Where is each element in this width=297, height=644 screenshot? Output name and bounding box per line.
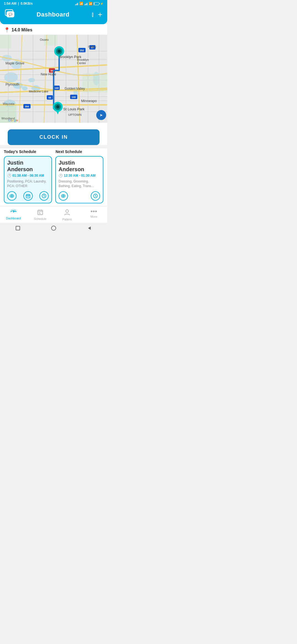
svg-point-58 [56,105,59,108]
clock-in-button[interactable]: CLOCK IN [8,129,100,145]
svg-text:55: 55 [48,96,51,99]
android-back-button[interactable] [87,225,92,231]
svg-rect-106 [16,226,20,230]
view-button-next[interactable] [59,191,68,201]
clock-icon-next: 🕐 [59,174,63,178]
schedule-cards: Justin Anderson 🕐 01:38 AM - 06:30 AM Po… [4,156,103,203]
wifi-icon-2: 📶 [89,2,92,6]
today-services: Positioning, PCA: Laundry, PCA: OTHER [7,179,49,189]
clock-button-today[interactable] [39,191,49,201]
android-home-button[interactable] [51,225,56,231]
svg-text:St Louis Park: St Louis Park [63,107,85,111]
add-button[interactable]: + [98,10,102,19]
schedule-icon [37,209,43,216]
next-schedule-header: Next Schedule [56,149,103,154]
today-schedule-card: Justin Anderson 🕐 01:38 AM - 06:30 AM Po… [4,156,52,203]
android-recent-button[interactable] [15,225,21,231]
svg-text:Fridley: Fridley [88,45,96,48]
location-pin-icon: 📍 [4,27,10,33]
svg-text:💬: 💬 [9,12,12,16]
header-actions: ⫿ + [91,10,102,19]
time-display: 1:54 AM [4,2,16,6]
wifi-icon: 📶 [79,2,83,6]
svg-point-54 [57,50,61,53]
battery-icon [94,2,99,5]
status-left: 1:54 AM | 0.0KB/s [4,2,33,6]
svg-text:Brooklyn: Brooklyn [77,58,89,61]
svg-point-102 [66,210,68,212]
more-nav-label: More [90,215,97,218]
today-patient-name: Justin Anderson [7,159,49,173]
svg-point-104 [93,211,95,212]
map-container[interactable]: 94 169 55 394 252 47 100 Os [0,35,107,123]
clock-icon-today: 🕐 [7,174,11,178]
svg-rect-18 [0,35,11,48]
svg-rect-96 [38,210,43,215]
page-title: Dashboard [37,11,69,18]
svg-point-105 [95,211,97,212]
svg-text:Minneapo: Minneapo [81,99,97,103]
schedule-section: Today's Schedule Next Schedule Justin An… [0,148,107,206]
svg-text:100: 100 [72,96,76,99]
today-time: 🕐 01:38 AM - 06:30 AM [7,174,49,178]
filter-icon[interactable]: ⫿ [91,11,94,18]
svg-marker-108 [88,227,91,230]
svg-text:394: 394 [25,105,29,108]
svg-point-107 [51,226,56,230]
app-header: 💬 Dashboard ⫿ + [0,7,107,24]
svg-point-103 [91,211,92,212]
today-schedule-header: Today's Schedule [4,149,52,154]
nav-more[interactable]: More [81,209,108,221]
patient-icon [64,209,70,217]
signal-bars-1 [75,2,78,5]
view-button-today[interactable] [7,191,16,201]
svg-text:Maple Grove: Maple Grove [6,61,24,65]
patient-nav-label: Patient [62,218,72,221]
svg-point-7 [22,86,28,91]
svg-text:169: 169 [54,87,59,89]
svg-text:Medicine Lake: Medicine Lake [29,90,48,93]
distance-label: 14.0 Miles [12,28,32,32]
status-bar: 1:54 AM | 0.0KB/s 📶 📶 ⚡ [0,0,107,7]
next-services: Dressing, Grooming, Bathing, Eating, Tra… [59,179,100,189]
svg-text:Plymouth: Plymouth [6,83,19,86]
today-time-value: 01:38 AM - 06:30 AM [12,174,44,178]
data-speed: | [18,2,19,6]
svg-point-88 [61,195,65,197]
clock-in-section: CLOCK IN [0,123,107,145]
nav-dashboard[interactable]: Dashboard [0,209,27,221]
today-card-actions [7,191,49,201]
status-right: 📶 📶 ⚡ [75,2,103,6]
signal-bars-2 [84,2,87,5]
next-time-value: 12:30 AM - 01:30 AM [64,174,95,178]
svg-text:Osseo: Osseo [40,38,49,41]
svg-line-87 [44,196,45,197]
svg-text:Golden Valley: Golden Valley [65,87,85,91]
more-icon [90,209,97,214]
next-schedule-card: Justin Anderson 🕐 12:30 AM - 01:30 AM Dr… [55,156,103,203]
next-time: 🕐 12:30 AM - 01:30 AM [59,174,100,178]
svg-text:➤: ➤ [100,113,103,117]
clock-button-next[interactable] [91,191,100,201]
svg-point-78 [10,195,14,197]
android-nav-bar [0,223,107,235]
data-speed-value: 0.0KB/s [21,2,33,6]
svg-text:UPTOWN: UPTOWN [68,113,82,116]
dashboard-nav-label: Dashboard [6,217,21,220]
svg-text:252: 252 [80,49,84,52]
nav-patient[interactable]: Patient [54,209,81,221]
svg-point-79 [11,195,13,197]
calendar-button-today[interactable] [23,191,33,201]
svg-text:Center: Center [77,61,86,65]
lightning-icon: ⚡ [100,2,103,5]
svg-point-95 [13,211,14,212]
chat-icon[interactable]: 💬 [5,9,15,20]
svg-point-12 [4,72,18,82]
next-patient-name: Justin Anderson [59,159,100,173]
svg-text:Google: Google [8,119,18,122]
svg-point-89 [63,195,64,197]
bottom-nav: Dashboard Schedule Patient [0,206,107,223]
nav-schedule[interactable]: Schedule [27,209,54,221]
next-card-actions [59,191,100,201]
svg-line-92 [95,196,96,197]
